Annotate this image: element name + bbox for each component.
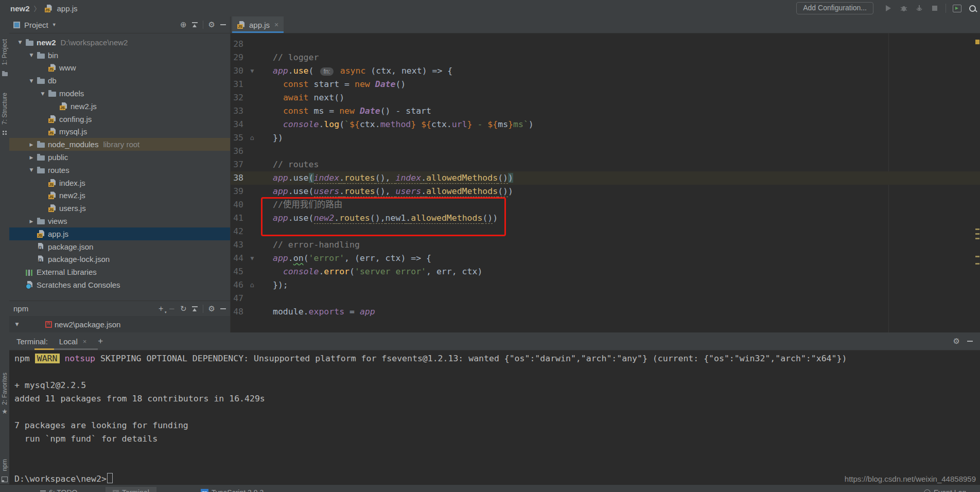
breadcrumb-file[interactable]: app.js xyxy=(57,4,78,13)
tree-item-package-lock-json[interactable]: {}package-lock.json xyxy=(9,253,230,266)
npm-remove-button[interactable]: − xyxy=(168,305,175,313)
json-file-icon: {} xyxy=(37,243,45,251)
tree-item-external-libraries[interactable]: External Libraries xyxy=(9,266,230,278)
locate-file-button[interactable]: ⊕ xyxy=(180,21,187,29)
code-area[interactable]: 2829// logger30▼app.use( fn: async (ctx,… xyxy=(231,33,980,332)
line-number[interactable]: 32 xyxy=(231,91,243,104)
add-configuration-button[interactable]: Add Configuration... xyxy=(796,2,873,14)
tree-item-views[interactable]: ▶views xyxy=(9,215,230,227)
tree-item-confing-js[interactable]: JSconfing.js xyxy=(9,113,230,126)
line-number[interactable]: 33 xyxy=(231,104,243,118)
line-number[interactable]: 34 xyxy=(231,118,243,131)
tree-item-routes[interactable]: ▼routes xyxy=(9,164,230,177)
tree-item-index-js[interactable]: JSindex.js xyxy=(9,177,230,189)
line-number[interactable]: 46 xyxy=(231,278,243,292)
fold-marker-icon[interactable]: ⌂ xyxy=(248,278,256,292)
debug-button[interactable] xyxy=(896,3,912,14)
npm-add-button[interactable]: + xyxy=(159,304,163,313)
tree-item-label: package.json xyxy=(48,242,93,251)
line-number[interactable]: 44 xyxy=(231,252,243,265)
tool-button-project[interactable]: 1: Project xyxy=(0,35,9,69)
chevron-expanded-icon[interactable]: ▼ xyxy=(26,52,37,58)
tree-item-db[interactable]: ▼db xyxy=(9,74,230,87)
typescript-widget[interactable]: TS TypeScript 3.9.3 xyxy=(201,487,264,492)
npm-refresh-icon[interactable]: ↻ xyxy=(180,305,187,313)
tree-item-package-json[interactable]: {}package.json xyxy=(9,240,230,253)
line-number[interactable]: 39 xyxy=(231,185,243,198)
terminal-settings-gear-icon[interactable]: ⚙ xyxy=(953,338,960,345)
tree-item-public[interactable]: ▶public xyxy=(9,151,230,164)
chevron-collapsed-icon[interactable]: ▶ xyxy=(26,219,37,224)
new-terminal-session-button[interactable]: + xyxy=(98,336,103,346)
line-number[interactable]: 37 xyxy=(231,158,243,171)
tool-button-npm[interactable]: npm xyxy=(0,457,9,473)
close-icon[interactable]: × xyxy=(274,21,278,29)
tree-item-app-js[interactable]: JSapp.js xyxy=(9,227,230,240)
top-toolbar: new2 〉 JS app.js Add Configuration... xyxy=(0,0,980,17)
chevron-expanded-icon[interactable]: ▼ xyxy=(26,78,37,83)
terminal-tab-local[interactable]: Local × xyxy=(59,337,86,346)
tree-item-bin[interactable]: ▼bin xyxy=(9,49,230,62)
close-icon[interactable]: × xyxy=(83,338,87,345)
tree-item-users-js[interactable]: JSusers.js xyxy=(9,202,230,215)
npm-collapse-all-button[interactable] xyxy=(192,306,198,312)
tool-button-structure[interactable]: 7: Structure xyxy=(0,90,9,128)
line-number[interactable]: 41 xyxy=(231,212,243,225)
tree-item-models[interactable]: ▼models xyxy=(9,87,230,100)
chevron-expanded-icon[interactable]: ▼ xyxy=(26,167,37,172)
npm-settings-gear-icon[interactable]: ⚙ xyxy=(208,305,215,313)
line-number[interactable]: 36 xyxy=(231,145,243,158)
chevron-down-icon[interactable]: ▼ xyxy=(52,22,57,27)
tree-item-mysql-js[interactable]: JSmysql.js xyxy=(9,126,230,138)
tree-item-www[interactable]: JSwww xyxy=(9,62,230,75)
settings-gear-icon[interactable]: ⚙ xyxy=(208,21,215,29)
line-number[interactable]: 38 xyxy=(231,171,243,185)
line-number[interactable]: 48 xyxy=(231,305,243,319)
terminal-output[interactable]: npm WARN notsup SKIPPING OPTIONAL DEPEND… xyxy=(9,350,980,484)
line-number[interactable]: 42 xyxy=(231,225,243,238)
chevron-expanded-icon[interactable]: ▼ xyxy=(14,40,26,45)
line-number[interactable]: 30 xyxy=(231,64,243,78)
chevron-collapsed-icon[interactable]: ▶ xyxy=(26,155,37,160)
code-text: app.use(users.routes(), users.allowedMet… xyxy=(273,185,513,198)
todo-tool-button[interactable]: 6: TODO xyxy=(40,487,78,492)
line-number[interactable]: 35 xyxy=(231,131,243,145)
line-number[interactable]: 47 xyxy=(231,292,243,305)
line-number[interactable]: 45 xyxy=(231,265,243,278)
terminal-tool-button[interactable]: > Terminal xyxy=(106,487,156,492)
tree-item-scratches-and-consoles[interactable]: Scratches and Consoles xyxy=(9,278,230,291)
tree-item-label: confing.js xyxy=(59,115,92,124)
collapse-all-button[interactable] xyxy=(192,22,198,28)
hide-panel-button[interactable] xyxy=(220,24,226,25)
npm-hide-button[interactable] xyxy=(220,308,226,309)
tree-item-new2-js[interactable]: JSnew2.js xyxy=(9,189,230,202)
event-log-button[interactable]: Event Log xyxy=(924,487,966,492)
tool-button-favorites[interactable]: 2: Favorites xyxy=(0,371,9,407)
line-number[interactable]: 43 xyxy=(231,238,243,252)
tree-item-new2[interactable]: ▼new2D:\workspace\new2 xyxy=(9,36,230,49)
stop-button[interactable] xyxy=(927,3,942,14)
npm-package-row[interactable]: ▼ new2\package.json xyxy=(9,316,230,332)
line-number[interactable]: 28 xyxy=(231,38,243,51)
run-anything-button[interactable] xyxy=(949,3,965,14)
terminal-hide-button[interactable] xyxy=(967,341,973,342)
search-everywhere-button[interactable] xyxy=(965,3,980,14)
fold-marker-icon[interactable]: ▼ xyxy=(248,64,256,78)
tree-item-node-modules[interactable]: ▶node_moduleslibrary root xyxy=(9,138,230,151)
chevron-expanded-icon[interactable]: ▼ xyxy=(37,91,48,96)
breadcrumb-project[interactable]: new2 xyxy=(10,4,30,13)
tab-appjs[interactable]: JS app.js × xyxy=(232,16,284,33)
line-number[interactable]: 40 xyxy=(231,198,243,212)
run-with-coverage-button[interactable] xyxy=(912,3,927,14)
project-view-icon xyxy=(13,22,20,28)
fold-marker-icon[interactable]: ⌂ xyxy=(248,131,256,145)
npm-row-chevron-icon[interactable]: ▼ xyxy=(9,322,25,327)
folder-icon xyxy=(48,90,57,97)
tree-item-new2-js[interactable]: JSnew2.js xyxy=(9,100,230,113)
fold-marker-icon[interactable]: ▼ xyxy=(248,252,256,265)
run-button[interactable] xyxy=(881,3,896,14)
project-panel-title[interactable]: Project xyxy=(24,21,48,29)
line-number[interactable]: 31 xyxy=(231,78,243,91)
line-number[interactable]: 29 xyxy=(231,51,243,64)
chevron-collapsed-icon[interactable]: ▶ xyxy=(26,142,37,147)
